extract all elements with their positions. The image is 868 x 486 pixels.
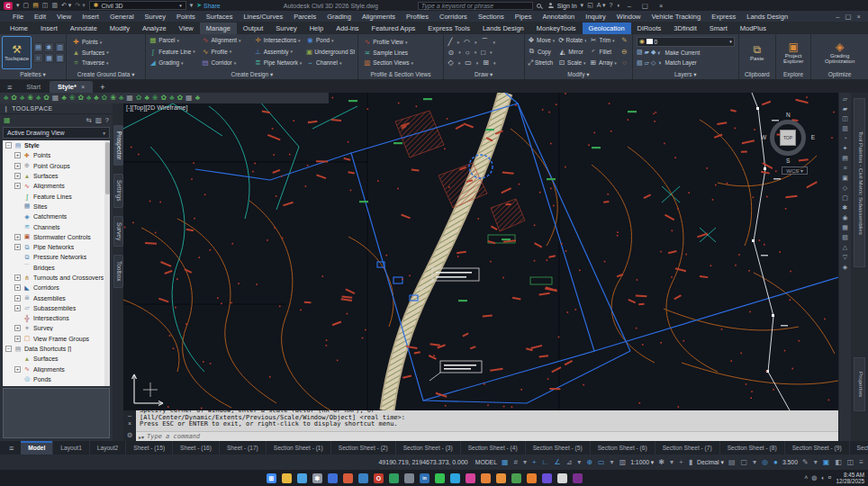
nav-tool-icon[interactable]: ▧ [842,234,848,240]
tree-expander-icon[interactable]: + [14,173,21,179]
tree-item-catchments[interactable]: ◈Catchments [3,212,110,221]
status-toggle-icon[interactable]: ▾ [752,456,757,469]
paste-button[interactable]: ⧉ Paste [748,36,765,69]
status-toggle-icon[interactable]: ▾ [576,456,582,469]
taskbar-app-icon[interactable] [496,473,506,483]
tree-scrollbar[interactable] [104,140,110,386]
toolspace-share-icon[interactable]: ⇆ [86,116,91,124]
ribbon-button-underground-storage[interactable]: ▣Underground Storage▾ [306,47,355,57]
app-logo-icon[interactable]: C [4,2,13,10]
status-toggle-icon[interactable]: ▤ [728,456,737,469]
plant-tool-icon[interactable]: ▦ [185,94,193,103]
tree-item-turnouts-and-crossovers[interactable]: +⋔Turnouts and Crossovers [3,273,110,283]
layout-tab-section-sheet-1-[interactable]: Section Sheet - (1) [267,441,331,454]
layer-tool-icon[interactable]: ◐ [657,50,661,56]
status-toggle-icon[interactable]: ▣ [822,456,831,469]
ribbon-tab-3dfindit[interactable]: 3Dfindit [667,22,702,34]
tree-item-stormwater-controls[interactable]: +▣Stormwater Controls [3,232,110,242]
units-dropdown[interactable]: Decimal ▾ [697,459,724,466]
ribbon-tab-analyze[interactable]: Analyze [136,22,173,34]
nav-tool-icon[interactable]: ▱ [843,95,847,102]
ribbon-button-corridor[interactable]: ▤Corridor▾ [202,58,250,68]
nav-tool-icon[interactable]: ◉ [842,214,847,220]
ribbon-button-profile[interactable]: ∿Profile▾ [202,47,250,57]
nav-tool-icon[interactable]: ▰ [843,105,847,112]
toolspace-title-bar[interactable]: ❙TOOLSPACE [0,104,113,114]
plant-tool-icon[interactable]: ❀ [110,94,116,103]
viewcube[interactable]: N S W E TOP [763,112,813,163]
panel-label-modify[interactable]: Modify ▾ [525,69,632,79]
toolspace-button[interactable]: ⚒ Toolspace [2,36,32,69]
tree-scrollbar-thumb[interactable] [105,142,110,194]
ribbon-button-section-views[interactable]: ▥Section Views▾ [363,58,440,68]
menu-item-corridors[interactable]: Corridors [434,13,473,21]
cmd-customize-icon[interactable]: ⚙ [127,431,133,439]
save-icon[interactable]: ◫ [42,1,49,10]
ribbon-tab-help[interactable]: Help [303,22,330,34]
layout-tab-section-sheet-7-[interactable]: Section Sheet - (7) [656,441,720,454]
layout-tab-section-sheet-4-[interactable]: Section Sheet - (4) [461,441,526,454]
ribbon-button-profile-view[interactable]: ∿Profile View▾ [363,37,440,47]
ribbon-button-feature-line[interactable]: ʃFeature Line▾ [149,47,197,57]
plant-tool-icon[interactable]: ▦ [126,94,133,103]
logo-caret-icon[interactable]: ▾ [16,1,20,10]
tree-item-survey[interactable]: +✶Survey [3,323,110,333]
ribbon-button-move[interactable]: ✥Move▾ [528,35,555,45]
ribbon-tab-annotate[interactable]: Annotate [64,22,104,34]
status-toggle-icon[interactable]: ⊿ [565,456,574,469]
layout-menu-icon[interactable]: ≡ [2,444,21,453]
file-tab-start[interactable]: Start [18,81,49,93]
qat-caret-icon[interactable]: ▾ [190,1,194,10]
nav-tool-icon[interactable]: ▣ [842,175,848,181]
tree-item-alignments[interactable]: +∿Alignments [3,181,110,191]
plant-tool-icon[interactable]: ♣ [4,94,8,103]
tree-item-view-frame-groups[interactable]: +▢View Frame Groups [3,334,110,344]
taskbar-app-icon[interactable] [343,473,353,483]
viewcube-east[interactable]: E [811,134,815,140]
viewcube-west[interactable]: W [761,134,766,140]
menu-item-profiles[interactable]: Profiles [401,13,434,21]
taskbar-app-icon[interactable] [573,473,583,483]
menu-item-inquiry[interactable]: Inquiry [580,13,611,21]
tree-item-corridors[interactable]: +◣Corridors [3,283,110,292]
plant-tool-icon[interactable]: ♣ [61,94,66,103]
taskbar-app-icon[interactable] [389,473,399,483]
tree-expander-icon[interactable]: + [14,325,21,331]
menu-item-survey[interactable]: Survey [140,13,171,21]
menu-item-window[interactable]: Window [611,13,646,21]
tray-icon[interactable]: ◖ [820,474,824,482]
file-tabs-menu-icon[interactable]: ≡ [2,83,17,93]
file-tab-style[interactable]: Style*× [50,81,93,93]
nav-tool-icon[interactable]: △ [843,244,847,250]
status-toggle-icon[interactable]: ▥ [619,456,628,469]
taskbar-app-icon[interactable]: O [374,473,384,483]
ribbon-button-trim[interactable]: ✂Trim▾ [590,35,617,45]
taskbar-app-icon[interactable] [466,473,475,483]
draw-tool-icon[interactable]: ⊞ [483,58,489,67]
taskbar-app-icon[interactable] [481,473,491,483]
layout-tab-section-sheet-2-[interactable]: Section Sheet - (2) [331,441,396,454]
tree-item-ponds[interactable]: ◎Ponds [3,374,110,384]
taskbar-app-icon[interactable] [435,473,445,483]
plant-tool-icon[interactable]: ♣ [169,94,174,103]
taskbar-app-icon[interactable] [404,473,414,483]
ribbon-button-intersections[interactable]: ✛Intersections▾ [254,35,303,45]
ribbon-tab-manage[interactable]: Manage [200,22,237,34]
project-explorer-button[interactable]: ▣ Project Explorer [778,36,809,69]
ribbon-tab-featured-apps[interactable]: Featured Apps [366,22,422,34]
layout-tab-sheet-16-[interactable]: Sheet - (16) [173,441,220,454]
layout-tab-section-sheet-6-[interactable]: Section Sheet - (6) [591,441,656,454]
status-toggle-icon[interactable]: ▾ [522,456,528,469]
tree-item-point-groups[interactable]: +⊕Point Groups [3,161,110,171]
status-toggle-icon[interactable]: ▮ [688,456,693,469]
tree-expander-icon[interactable]: + [14,234,21,240]
ribbon-tab-lands-design[interactable]: Lands Design [476,22,530,34]
plot-icon[interactable]: ▥ [51,1,58,10]
ribbon-tab-modplus[interactable]: ModPlus [734,22,773,34]
modify-extra-icon[interactable]: ⊖ [620,47,629,57]
tree-item-sites[interactable]: ▦Sites [3,202,110,212]
minimize-button[interactable]: – [624,2,635,10]
taskbar-app-icon[interactable] [358,473,368,483]
ribbon-tab-home[interactable]: Home [4,22,34,34]
menu-item-surfaces[interactable]: Surfaces [201,13,239,21]
